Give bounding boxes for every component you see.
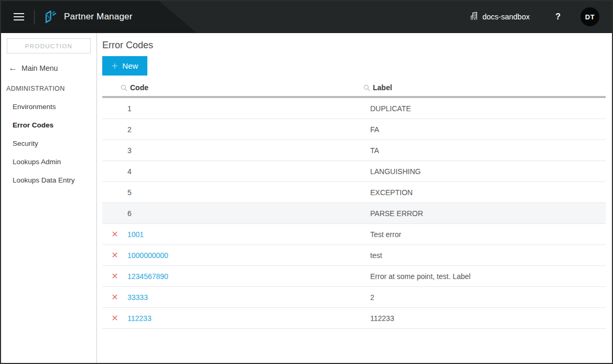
new-button-label: New bbox=[122, 61, 138, 70]
sidebar-item-environments[interactable]: Environments bbox=[13, 103, 96, 111]
label-cell: FA bbox=[370, 125, 606, 134]
column-header-label[interactable]: Label bbox=[363, 83, 606, 92]
table-row: ✕ 33333 2 bbox=[102, 287, 606, 308]
error-code-link[interactable]: 1234567890 bbox=[127, 272, 370, 281]
sidebar-item-lookups-data-entry[interactable]: Lookups Data Entry bbox=[13, 176, 96, 184]
code-cell: 5 bbox=[127, 188, 370, 197]
column-header-code[interactable]: Code bbox=[121, 83, 370, 92]
error-codes-table: Code Label 1 DUPLICATE 2 FA bbox=[102, 79, 606, 329]
error-code-link[interactable]: 1001 bbox=[127, 230, 370, 239]
back-arrow-icon: ← bbox=[8, 63, 17, 72]
table-row: ✕ 1000000000 test bbox=[102, 245, 606, 266]
label-cell: TA bbox=[370, 146, 606, 155]
delete-cell: ✕ bbox=[102, 230, 127, 239]
user-avatar[interactable]: DT bbox=[580, 7, 599, 26]
delete-cell: ✕ bbox=[102, 293, 127, 302]
delete-row-icon[interactable]: ✕ bbox=[111, 230, 118, 239]
header-divider bbox=[34, 10, 35, 24]
administration-section-label: ADMINISTRATION bbox=[6, 85, 96, 92]
table-row: 4 LANGUISHING bbox=[102, 161, 606, 182]
plus-icon: + bbox=[112, 61, 118, 71]
label-cell: LANGUISHING bbox=[370, 167, 606, 176]
code-cell: 2 bbox=[127, 125, 370, 134]
table-header-row: Code Label bbox=[102, 79, 606, 96]
label-cell: Test error bbox=[370, 230, 606, 239]
sidebar-nav: EnvironmentsError CodesSecurityLookups A… bbox=[1, 103, 96, 184]
app-title: Partner Manager bbox=[64, 12, 133, 22]
label-cell: 112233 bbox=[370, 314, 606, 323]
table-row: 5 EXCEPTION bbox=[102, 182, 606, 203]
new-error-code-button[interactable]: + New bbox=[102, 56, 147, 76]
delete-cell: ✕ bbox=[102, 314, 127, 323]
environment-selector[interactable]: docs-sandbox bbox=[470, 12, 530, 23]
table-row: 3 TA bbox=[102, 140, 606, 161]
sidebar-item-error-codes[interactable]: Error Codes bbox=[13, 121, 96, 129]
delete-cell: ✕ bbox=[102, 272, 127, 281]
code-cell: 6 bbox=[127, 209, 370, 218]
table-row: ✕ 1234567890 Error at some point, test. … bbox=[102, 266, 606, 287]
label-cell: 2 bbox=[370, 293, 606, 302]
table-row: 2 FA bbox=[102, 119, 606, 140]
delete-row-icon[interactable]: ✕ bbox=[111, 293, 118, 302]
delete-row-icon[interactable]: ✕ bbox=[111, 272, 118, 281]
help-button[interactable]: ? bbox=[555, 12, 561, 22]
sidebar-item-security[interactable]: Security bbox=[13, 140, 96, 147]
table-row: ✕ 112233 112233 bbox=[102, 308, 606, 329]
page-body: PRODUCTION ← Main Menu ADMINISTRATION En… bbox=[1, 33, 612, 363]
table-row: 1 DUPLICATE bbox=[102, 98, 606, 119]
code-cell: 3 bbox=[127, 146, 370, 155]
app-window: Partner Manager docs-s bbox=[0, 0, 613, 364]
error-code-link[interactable]: 1000000000 bbox=[127, 251, 370, 260]
main-menu-label: Main Menu bbox=[21, 64, 58, 72]
table-body: 1 DUPLICATE 2 FA 3 TA 4 LANGUISHING 5 EX… bbox=[102, 98, 606, 329]
label-cell: test bbox=[370, 251, 606, 260]
delete-row-icon[interactable]: ✕ bbox=[111, 314, 118, 323]
table-row: ✕ 1001 Test error bbox=[102, 224, 606, 245]
label-cell: Error at some point, test. Label bbox=[370, 272, 606, 281]
production-badge[interactable]: PRODUCTION bbox=[7, 38, 91, 53]
error-code-link[interactable]: 33333 bbox=[127, 293, 370, 302]
delete-row-icon[interactable]: ✕ bbox=[111, 251, 118, 260]
top-bar: Partner Manager docs-s bbox=[1, 1, 612, 33]
environment-name: docs-sandbox bbox=[482, 13, 530, 21]
building-icon bbox=[470, 12, 478, 23]
header-right-cluster: docs-sandbox ? DT bbox=[470, 7, 599, 26]
table-row: 6 PARSE ERROR bbox=[102, 203, 606, 224]
error-code-link[interactable]: 112233 bbox=[127, 314, 370, 323]
hamburger-menu-icon[interactable] bbox=[14, 11, 24, 23]
label-cell: DUPLICATE bbox=[370, 104, 606, 113]
main-menu-back-link[interactable]: ← Main Menu bbox=[8, 63, 96, 72]
sidebar-item-lookups-admin[interactable]: Lookups Admin bbox=[13, 158, 96, 166]
label-cell: EXCEPTION bbox=[370, 188, 606, 197]
code-cell: 4 bbox=[127, 167, 370, 176]
label-cell: PARSE ERROR bbox=[370, 209, 606, 218]
sidebar: PRODUCTION ← Main Menu ADMINISTRATION En… bbox=[1, 33, 97, 363]
code-cell: 1 bbox=[127, 104, 370, 113]
delete-cell: ✕ bbox=[102, 251, 127, 260]
search-icon bbox=[363, 84, 370, 91]
search-icon bbox=[121, 84, 127, 91]
page-title: Error Codes bbox=[102, 40, 606, 51]
main-content: Error Codes + New Code bbox=[97, 33, 612, 363]
partner-manager-logo-icon bbox=[44, 9, 57, 24]
